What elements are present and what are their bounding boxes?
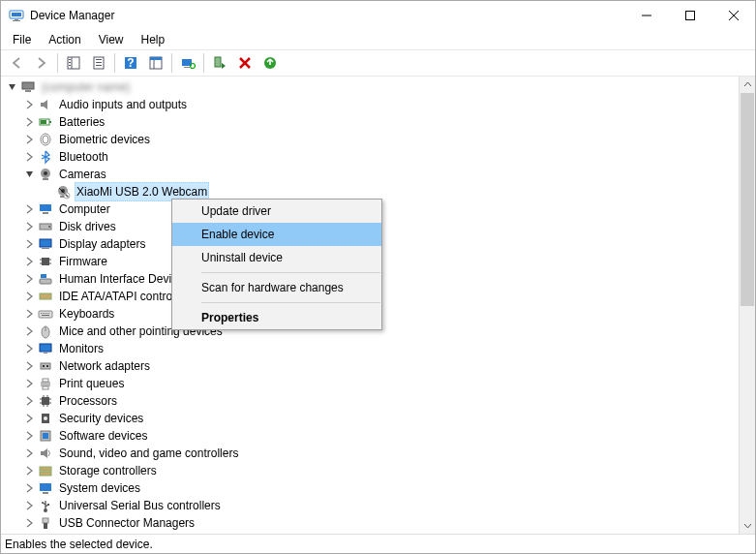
maximize-button[interactable]: [668, 1, 711, 30]
menu-help[interactable]: Help: [134, 31, 173, 48]
update-driver-button[interactable]: [258, 51, 282, 75]
svg-text:?: ?: [127, 56, 134, 70]
menu-file[interactable]: File: [5, 31, 39, 48]
category-label[interactable]: Security devices: [57, 409, 145, 428]
back-button[interactable]: [5, 51, 28, 75]
menu-properties[interactable]: Properties: [172, 306, 381, 329]
category-label[interactable]: Firmware: [57, 252, 109, 271]
svg-rect-25: [215, 57, 221, 67]
category-label[interactable]: Display adapters: [57, 234, 147, 254]
expand-icon[interactable]: [22, 480, 38, 496]
security-icon: [38, 411, 53, 426]
expand-icon[interactable]: [22, 463, 38, 478]
category-label[interactable]: USB Connector Managers: [57, 513, 197, 533]
expand-icon[interactable]: [22, 323, 38, 339]
expand-icon[interactable]: [22, 114, 38, 130]
action-button[interactable]: [144, 51, 167, 75]
expand-icon[interactable]: [22, 149, 38, 165]
expand-icon[interactable]: [22, 236, 38, 252]
category-label[interactable]: Storage controllers: [57, 461, 159, 480]
category-label[interactable]: Processors: [57, 391, 119, 411]
vertical-scrollbar[interactable]: [739, 77, 755, 534]
category-label[interactable]: Monitors: [57, 339, 106, 358]
category-label[interactable]: Disk drives: [57, 217, 118, 236]
properties-button[interactable]: [87, 51, 110, 75]
svg-rect-29: [22, 82, 34, 89]
category-label[interactable]: Computer: [57, 200, 112, 219]
expand-icon[interactable]: [22, 219, 38, 234]
expand-icon[interactable]: [22, 376, 38, 391]
category-label[interactable]: Biometric devices: [57, 130, 152, 149]
expand-icon[interactable]: [22, 97, 38, 112]
category-label[interactable]: Keyboards: [57, 304, 116, 323]
scan-hardware-button[interactable]: [176, 51, 199, 75]
svg-rect-48: [42, 248, 49, 249]
category-label[interactable]: Network adapters: [57, 356, 152, 376]
category-label[interactable]: Software devices: [57, 426, 149, 446]
uninstall-device-button[interactable]: [233, 51, 257, 75]
menu-action[interactable]: Action: [41, 31, 88, 48]
titlebar: Device Manager: [1, 1, 755, 30]
usb-connector-icon: [38, 515, 53, 531]
svg-rect-2: [15, 19, 18, 20]
svg-rect-67: [44, 353, 47, 354]
scroll-up-button[interactable]: [740, 77, 755, 93]
svg-rect-5: [685, 12, 694, 20]
show-hide-tree-button[interactable]: [62, 51, 85, 75]
svg-rect-57: [39, 311, 52, 318]
expand-icon[interactable]: [22, 271, 38, 287]
close-button[interactable]: [711, 1, 755, 30]
expand-icon[interactable]: [22, 498, 38, 513]
root-computer-name[interactable]: (computer name): [40, 77, 132, 97]
expand-icon[interactable]: [22, 358, 38, 374]
menu-update-driver[interactable]: Update driver: [172, 200, 381, 223]
category-label[interactable]: Universal Serial Bus controllers: [57, 496, 223, 515]
svg-rect-38: [43, 178, 48, 180]
category-label[interactable]: System devices: [57, 478, 142, 498]
forward-button[interactable]: [30, 51, 53, 75]
enable-device-button[interactable]: [208, 51, 231, 75]
collapse-icon[interactable]: [22, 167, 38, 182]
app-icon: [9, 8, 24, 23]
mouse-icon: [38, 323, 53, 339]
help-button[interactable]: ?: [119, 51, 142, 75]
minimize-button[interactable]: [624, 1, 668, 30]
expand-icon[interactable]: [22, 515, 38, 531]
disk-icon: [38, 219, 53, 234]
expand-icon[interactable]: [22, 393, 38, 409]
menu-enable-device[interactable]: Enable device: [172, 223, 381, 246]
menu-view[interactable]: View: [91, 31, 132, 48]
svg-rect-12: [69, 65, 71, 66]
scroll-down-button[interactable]: [740, 517, 755, 534]
svg-rect-33: [41, 120, 46, 124]
category-label[interactable]: Batteries: [57, 112, 106, 132]
chip-icon: [38, 254, 53, 269]
svg-rect-30: [25, 90, 31, 92]
expand-icon[interactable]: [22, 289, 38, 304]
expand-icon[interactable]: [22, 306, 38, 322]
svg-point-93: [42, 502, 44, 504]
svg-rect-86: [43, 433, 48, 439]
collapse-icon[interactable]: [5, 79, 20, 95]
network-icon: [38, 358, 53, 374]
expand-icon[interactable]: [22, 428, 38, 444]
expand-icon[interactable]: [22, 411, 38, 426]
category-label[interactable]: Audio inputs and outputs: [57, 95, 189, 114]
menu-scan-hardware[interactable]: Scan for hardware changes: [172, 276, 381, 299]
category-label[interactable]: Bluetooth: [57, 147, 110, 167]
expand-icon[interactable]: [22, 341, 38, 356]
computer-icon: [38, 201, 53, 217]
camera-icon: [38, 167, 53, 182]
svg-rect-15: [96, 62, 102, 63]
menu-uninstall-device[interactable]: Uninstall device: [172, 246, 381, 269]
category-label[interactable]: Cameras: [57, 165, 108, 184]
category-label[interactable]: Print queues: [57, 374, 126, 393]
expand-icon[interactable]: [22, 446, 38, 461]
expand-icon[interactable]: [22, 254, 38, 269]
category-label[interactable]: Sound, video and game controllers: [57, 444, 240, 463]
expand-icon[interactable]: [22, 132, 38, 147]
scrollbar-thumb[interactable]: [741, 93, 754, 306]
svg-rect-23: [184, 67, 190, 68]
camera-icon: [55, 184, 71, 200]
expand-icon[interactable]: [22, 201, 38, 217]
